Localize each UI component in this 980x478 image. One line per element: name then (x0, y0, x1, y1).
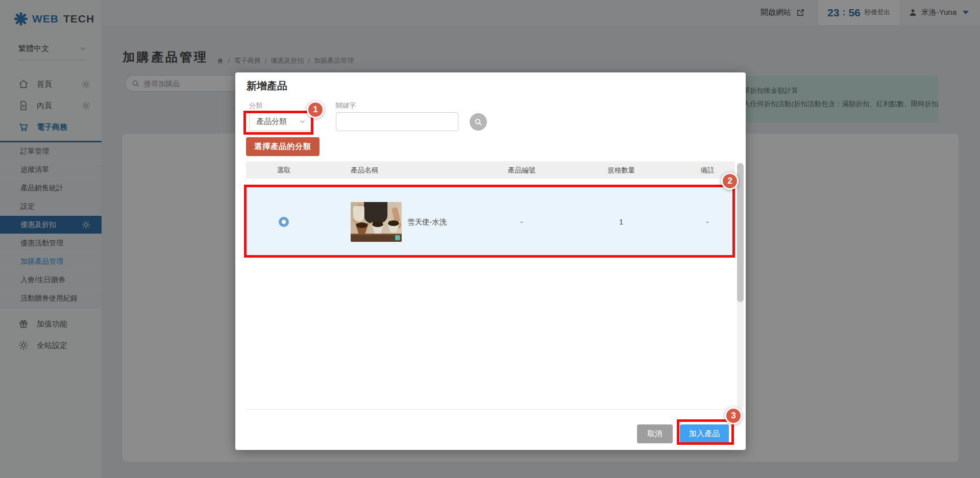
chevron-down-icon (299, 118, 306, 125)
category-select[interactable]: 產品分類 (249, 112, 311, 131)
annotation-badge-2: 2 (721, 172, 739, 190)
divider (246, 161, 735, 162)
modal-title: 新增產品 (247, 79, 287, 93)
column-header-code: 產品編號 (481, 166, 562, 175)
product-table-row-selected[interactable]: 雪天使-水洗 - 1 - (246, 186, 735, 258)
column-header-name: 產品名稱 (322, 166, 481, 175)
category-select-value: 產品分類 (256, 117, 287, 127)
category-label: 分類 (249, 101, 262, 110)
divider (246, 409, 735, 410)
product-table-header: 選取 產品名稱 產品編號 規格數量 備註 (246, 162, 735, 179)
search-icon (474, 118, 483, 127)
column-header-select: 選取 (246, 166, 322, 175)
radio-selected[interactable] (279, 217, 289, 227)
product-spec-qty: 1 (562, 218, 680, 226)
keyword-label: 關鍵字 (336, 101, 356, 110)
column-header-spec-qty: 規格數量 (562, 166, 680, 175)
product-name: 雪天使-水洗 (407, 217, 447, 227)
choose-product-category-button[interactable]: 選擇產品的分類 (246, 137, 320, 156)
cancel-button[interactable]: 取消 (637, 424, 673, 443)
keyword-input[interactable] (336, 112, 458, 131)
modal-scrollbar-track[interactable] (737, 162, 744, 409)
product-code: - (481, 218, 562, 226)
add-product-button[interactable]: 加入產品 (680, 424, 729, 443)
product-thumbnail (351, 202, 402, 242)
modal-search-button[interactable] (470, 113, 487, 131)
add-product-modal: 新增產品 分類 產品分類 關鍵字 選擇產品的分類 選取 產品名稱 產品編號 規格… (235, 72, 746, 450)
annotation-badge-3: 3 (725, 407, 742, 424)
product-note: - (680, 218, 735, 226)
annotation-badge-1: 1 (307, 101, 324, 118)
